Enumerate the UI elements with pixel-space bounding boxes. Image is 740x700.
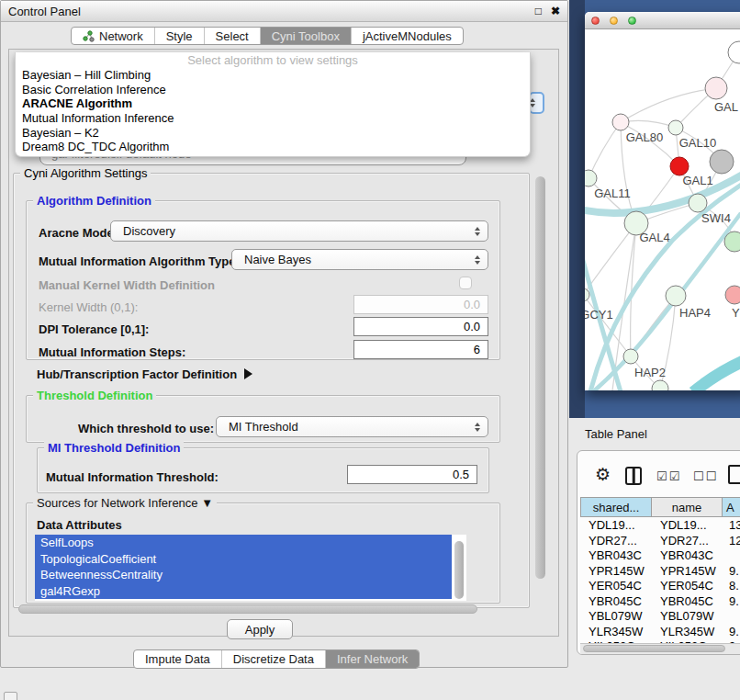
unchecked-boxes-icon[interactable]: ☐☐ [693, 469, 718, 483]
column-header-name[interactable]: name [651, 497, 723, 517]
close-window-icon[interactable] [591, 17, 600, 25]
network-node[interactable] [652, 380, 668, 390]
network-canvas[interactable]: GAL GAL80 GAL10 GAL1 GAL11 SWI4 GAL4 GCY… [585, 29, 740, 390]
tab-discretize-data[interactable]: Discretize Data [221, 650, 325, 668]
dpi-tolerance-input[interactable]: 0.0 [353, 317, 488, 336]
column-header-third[interactable]: A [722, 497, 740, 517]
tab-impute-data-label: Impute Data [145, 652, 210, 666]
aracne-mode-combobox[interactable]: Discovery [110, 220, 488, 242]
table-cell[interactable]: 8. [729, 579, 740, 594]
column-header-shared-name[interactable]: shared... [580, 497, 652, 517]
mi-type-value: Naive Bayes [244, 253, 311, 266]
table-cell[interactable]: YLR345W [660, 625, 723, 640]
network-node-gal11[interactable] [585, 170, 597, 186]
table-cell[interactable]: YLR345W [589, 625, 651, 640]
network-window-titlebar[interactable] [585, 12, 740, 29]
close-panel-icon[interactable]: ✖ [551, 5, 560, 17]
expand-right-icon[interactable] [244, 368, 252, 379]
network-node-gal1[interactable] [670, 157, 689, 175]
network-node-hap4[interactable] [666, 286, 686, 306]
document-icon[interactable] [728, 465, 740, 484]
network-node-gal80[interactable] [612, 114, 629, 130]
checked-boxes-icon[interactable]: ☑☑ [656, 469, 681, 483]
table-cell[interactable]: YPR145W [660, 564, 723, 580]
table-cell[interactable]: YBR043C [660, 548, 723, 564]
node-label-hap4: HAP4 [679, 306, 711, 320]
algorithm-option-mutual-information[interactable]: Mutual Information Inference [16, 111, 530, 126]
node-label-gal80: GAL80 [626, 130, 663, 144]
table-cell[interactable]: YER054C [589, 579, 651, 594]
mi-threshold-input[interactable]: 0.5 [347, 465, 477, 484]
settings-horizontal-scrollbar[interactable] [18, 604, 477, 614]
network-node-swi4[interactable] [689, 194, 707, 212]
table-cell[interactable]: YBR045C [589, 594, 651, 610]
network-edge-highlighted[interactable] [693, 357, 740, 390]
mi-steps-input[interactable]: 6 [353, 340, 488, 359]
tab-jactivemnodules[interactable]: jActiveMNodules [351, 28, 463, 44]
table-cell[interactable]: YPR145W [589, 564, 651, 580]
table-cell[interactable]: YDR27... [660, 534, 723, 549]
minimize-window-icon[interactable] [610, 17, 618, 25]
network-node-gray[interactable] [710, 150, 734, 174]
network-node-salmon[interactable] [725, 286, 740, 304]
tab-style[interactable]: Style [154, 28, 204, 44]
settings-vertical-scrollbar-thumb[interactable] [535, 176, 545, 579]
desktop-edge-shadow [569, 0, 585, 418]
table-cell[interactable]: YDR27... [589, 534, 651, 549]
minimized-panel-icon[interactable] [4, 692, 17, 700]
table-cell[interactable]: YDL19... [660, 518, 723, 534]
table-cell[interactable]: YER054C [660, 579, 723, 594]
tab-cyni-toolbox[interactable]: Cyni Toolbox [260, 28, 351, 44]
algorithm-option-basic-correlation[interactable]: Basic Correlation Inference [16, 83, 530, 97]
which-threshold-combobox[interactable]: MI Threshold [216, 416, 488, 437]
split-columns-icon[interactable] [625, 467, 642, 485]
tab-network[interactable]: Network [72, 28, 154, 44]
table-cell[interactable] [729, 609, 740, 625]
network-node-gal[interactable] [705, 77, 727, 99]
network-edge[interactable] [589, 122, 621, 178]
node-label-gal: GAL [714, 100, 738, 114]
mi-type-combobox[interactable]: Naive Bayes [231, 249, 488, 270]
table-cell[interactable]: 12 [729, 534, 740, 549]
list-item-selfloops[interactable]: SelfLoops [35, 535, 452, 551]
tab-impute-data[interactable]: Impute Data [134, 650, 221, 668]
attributes-list-scrollbar-thumb[interactable] [454, 541, 464, 599]
algorithm-combobox-button[interactable] [529, 92, 544, 114]
network-edge[interactable] [585, 223, 636, 295]
algorithm-option-aracne[interactable]: ARACNE Algorithm [16, 96, 530, 111]
tab-infer-network[interactable]: Infer Network [325, 650, 419, 668]
algorithm-option-dream8[interactable]: Dream8 DC_TDC Algorithm [16, 140, 530, 154]
network-node-gcy1[interactable] [585, 288, 589, 301]
manual-kernel-checkbox [459, 277, 472, 289]
table-cell[interactable] [729, 548, 740, 564]
table-cell[interactable]: 9. [729, 564, 740, 580]
table-cell[interactable]: YBL079W [660, 609, 723, 625]
list-item-betweennesscentrality[interactable]: BetweennessCentrality [35, 567, 452, 583]
table-cell[interactable]: 13 [729, 518, 740, 534]
network-view-window[interactable]: GAL GAL80 GAL10 GAL1 GAL11 SWI4 GAL4 GCY… [585, 12, 740, 390]
table-cell[interactable]: 9. [729, 625, 740, 640]
table-horizontal-scrollbar-thumb[interactable] [583, 645, 725, 652]
list-item-topologicalcoefficient[interactable]: TopologicalCoefficient [35, 551, 452, 568]
network-node-gal10[interactable] [668, 120, 683, 135]
apply-button[interactable]: Apply [227, 619, 293, 639]
tab-select[interactable]: Select [204, 28, 260, 44]
float-panel-icon[interactable]: □ [535, 5, 542, 17]
sources-group-title[interactable]: Sources for Network Inference ▼ [33, 496, 217, 510]
network-node[interactable] [724, 231, 740, 252]
gear-icon[interactable]: ⚙ [595, 466, 611, 483]
algorithm-option-bayesian-hill-climbing[interactable]: Bayesian – Hill Climbing [16, 68, 530, 83]
table-cell[interactable]: YBL079W [589, 609, 651, 625]
network-edge[interactable] [621, 88, 716, 122]
algorithm-option-bayesian-k2[interactable]: Bayesian – K2 [16, 126, 530, 141]
table-cell[interactable]: YBR043C [589, 548, 651, 564]
network-node-hap2[interactable] [623, 349, 638, 364]
list-item-gal4rgexp[interactable]: gal4RGexp [35, 583, 452, 600]
table-cell[interactable]: YDL19... [589, 518, 651, 534]
hub-definition-toggle[interactable]: Hub/Transcription Factor Definition [37, 367, 252, 381]
table-cell[interactable]: 9. [729, 594, 740, 610]
aracne-mode-label: Aracne Mode: [39, 226, 118, 240]
table-cell[interactable]: YBR045C [660, 594, 723, 610]
network-node[interactable] [728, 41, 740, 63]
zoom-window-icon[interactable] [628, 17, 636, 25]
